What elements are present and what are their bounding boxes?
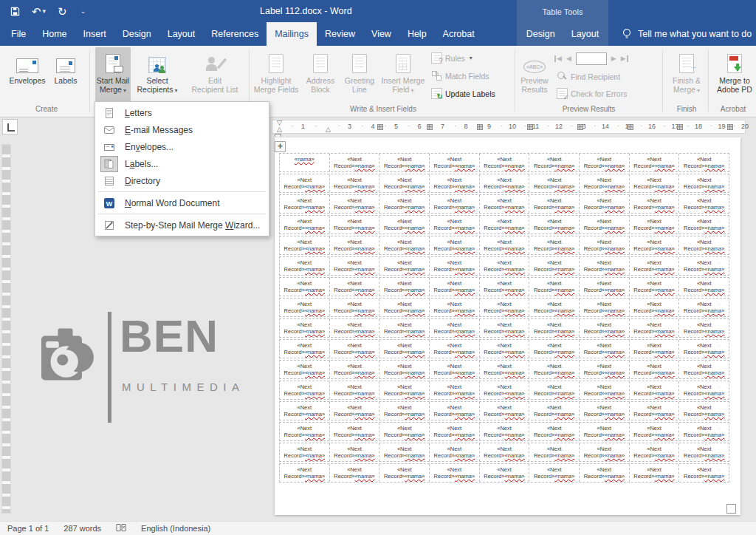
contextual-tab-design[interactable]: Design	[518, 22, 563, 46]
label-cell[interactable]: «NextRecord»«nama»	[280, 236, 330, 254]
label-cell[interactable]: «NextRecord»«nama»	[430, 319, 480, 337]
label-cell[interactable]: «NextRecord»«nama»	[630, 340, 680, 358]
label-cell[interactable]: «NextRecord»«nama»	[679, 443, 729, 461]
tab-references[interactable]: References	[203, 22, 267, 46]
label-cell[interactable]: «NextRecord»«nama»	[679, 340, 729, 358]
label-cell[interactable]: «NextRecord»«nama»	[529, 174, 580, 192]
label-cell[interactable]: «NextRecord»«nama»	[679, 257, 729, 275]
column-boundary-marker[interactable]	[377, 124, 383, 130]
label-cell[interactable]: «NextRecord»«nama»	[480, 443, 530, 461]
label-cell[interactable]: «NextRecord»«nama»	[280, 340, 330, 358]
label-cell[interactable]: «NextRecord»«nama»	[679, 154, 729, 171]
label-cell[interactable]: «NextRecord»«nama»	[580, 154, 630, 171]
label-cell[interactable]: «NextRecord»«nama»	[379, 236, 430, 254]
label-cell[interactable]: «NextRecord»«nama»	[280, 443, 330, 461]
label-cell[interactable]: «NextRecord»«nama»	[529, 464, 580, 482]
label-cell[interactable]: «NextRecord»«nama»	[580, 319, 630, 337]
label-cell[interactable]: «NextRecord»«nama»	[679, 174, 729, 192]
label-cell[interactable]: «NextRecord»«nama»	[630, 319, 680, 337]
label-cell[interactable]: «NextRecord»«nama»	[430, 443, 480, 461]
tab-home[interactable]: Home	[34, 22, 75, 46]
tab-layout[interactable]: Layout	[159, 22, 204, 46]
label-cell[interactable]: «NextRecord»«nama»	[529, 216, 580, 234]
label-cell[interactable]: «NextRecord»«nama»	[679, 402, 729, 420]
envelopes-button[interactable]: Envelopes	[7, 47, 47, 102]
label-cell[interactable]: «NextRecord»«nama»	[580, 236, 630, 254]
label-cell[interactable]: «NextRecord»«nama»	[379, 340, 430, 358]
label-cell[interactable]: «NextRecord»«nama»	[580, 361, 630, 378]
label-cell[interactable]: «NextRecord»«nama»	[330, 340, 380, 358]
label-cell[interactable]: «NextRecord»«nama»	[630, 216, 680, 234]
label-cell[interactable]: «NextRecord»«nama»	[480, 319, 530, 337]
column-boundary-marker[interactable]	[477, 124, 483, 130]
label-cell[interactable]: «NextRecord»«nama»	[430, 195, 480, 213]
label-cell[interactable]: «NextRecord»«nama»	[480, 464, 530, 482]
label-cell[interactable]: «NextRecord»«nama»	[679, 216, 729, 234]
customize-qat-icon[interactable]: ⌄	[80, 8, 86, 15]
label-cell[interactable]: «NextRecord»«nama»	[330, 381, 380, 399]
label-cell[interactable]: «NextRecord»«nama»	[280, 464, 330, 482]
label-cell[interactable]: «NextRecord»«nama»	[430, 340, 480, 358]
label-cell[interactable]: «NextRecord»«nama»	[480, 257, 530, 275]
label-cell[interactable]: «NextRecord»«nama»	[630, 361, 680, 378]
label-cell[interactable]: «NextRecord»«nama»	[679, 195, 729, 213]
label-cell[interactable]: «NextRecord»«nama»	[529, 278, 580, 296]
label-cell[interactable]: «NextRecord»«nama»	[280, 216, 330, 234]
label-cell[interactable]: «NextRecord»«nama»	[379, 319, 430, 337]
label-cell[interactable]: «NextRecord»«nama»	[679, 236, 729, 254]
label-cell[interactable]: «NextRecord»«nama»	[630, 443, 680, 461]
label-cell[interactable]: «NextRecord»«nama»	[430, 257, 480, 275]
label-cell[interactable]: «NextRecord»«nama»	[330, 216, 380, 234]
indent-marker[interactable]: △	[326, 126, 331, 133]
document-page[interactable]: + «nama»«NextRecord»«nama»«NextRecord»«n…	[275, 137, 740, 515]
start-mail-merge-button[interactable]: Start MailMerge▾	[95, 47, 131, 102]
label-cell[interactable]: «NextRecord»«nama»	[330, 299, 380, 316]
label-cell[interactable]: «NextRecord»«nama»	[330, 278, 380, 296]
label-cell[interactable]: «NextRecord»«nama»	[480, 361, 530, 378]
label-cell[interactable]: «NextRecord»«nama»	[630, 195, 680, 213]
label-cell[interactable]: «NextRecord»«nama»	[379, 464, 430, 482]
tab-review[interactable]: Review	[317, 22, 363, 46]
label-cell[interactable]: «NextRecord»«nama»	[529, 443, 580, 461]
hanging-indent-marker[interactable]: △	[277, 126, 282, 133]
label-cell[interactable]: «NextRecord»«nama»	[280, 319, 330, 337]
label-cell[interactable]: «NextRecord»«nama»	[330, 361, 380, 378]
menu-item-normal-word-document[interactable]: WNormal Word Document	[95, 194, 269, 211]
label-cell[interactable]: «NextRecord»«nama»	[630, 423, 680, 440]
label-cell[interactable]: «NextRecord»«nama»	[630, 236, 680, 254]
label-cell[interactable]: «NextRecord»«nama»	[430, 361, 480, 378]
label-cell[interactable]: «NextRecord»«nama»	[379, 443, 430, 461]
label-cell[interactable]: «NextRecord»«nama»	[480, 236, 530, 254]
table-resize-handle[interactable]	[726, 504, 736, 514]
tab-insert[interactable]: Insert	[75, 22, 114, 46]
redo-icon[interactable]: ↻	[58, 6, 67, 17]
contextual-tab-layout[interactable]: Layout	[563, 22, 608, 46]
proofing-status-icon[interactable]	[109, 523, 134, 534]
label-cell[interactable]: «NextRecord»«nama»	[580, 402, 630, 420]
label-cell[interactable]: «NextRecord»«nama»	[430, 299, 480, 316]
label-cell[interactable]: «NextRecord»«nama»	[280, 402, 330, 420]
horizontal-ruler[interactable]: ▽ △ △ ·1··3·4·5·6·7·8·9·10·11·12·13·14·1…	[272, 120, 746, 134]
label-cell[interactable]: «NextRecord»«nama»	[330, 464, 380, 482]
column-boundary-marker[interactable]	[527, 124, 533, 130]
label-cell[interactable]: «NextRecord»«nama»	[330, 443, 380, 461]
label-cell[interactable]: «NextRecord»«nama»	[480, 174, 530, 192]
label-cell[interactable]: «NextRecord»«nama»	[379, 257, 430, 275]
word-count-status[interactable]: 287 words	[56, 524, 109, 533]
label-cell[interactable]: «NextRecord»«nama»	[379, 278, 430, 296]
label-cell[interactable]: «NextRecord»«nama»	[430, 236, 480, 254]
label-cell[interactable]: «NextRecord»«nama»	[529, 154, 580, 171]
tell-me-box[interactable]: Tell me what you want to do	[622, 22, 752, 46]
label-cell[interactable]: «NextRecord»«nama»	[529, 319, 580, 337]
label-cell[interactable]: «NextRecord»«nama»	[330, 402, 380, 420]
menu-item-labels[interactable]: Labels...	[95, 155, 269, 172]
label-cell[interactable]: «NextRecord»«nama»	[280, 174, 330, 192]
update-labels-button[interactable]: ↻ Update Labels	[431, 86, 495, 101]
label-cell[interactable]: «NextRecord»«nama»	[630, 278, 680, 296]
label-cell[interactable]: «NextRecord»«nama»	[430, 174, 480, 192]
label-cell[interactable]: «NextRecord»«nama»	[580, 216, 630, 234]
label-cell[interactable]: «NextRecord»«nama»	[679, 381, 729, 399]
label-cell[interactable]: «NextRecord»«nama»	[330, 195, 380, 213]
label-cell[interactable]: «NextRecord»«nama»	[280, 299, 330, 316]
label-cell[interactable]: «NextRecord»«nama»	[430, 381, 480, 399]
